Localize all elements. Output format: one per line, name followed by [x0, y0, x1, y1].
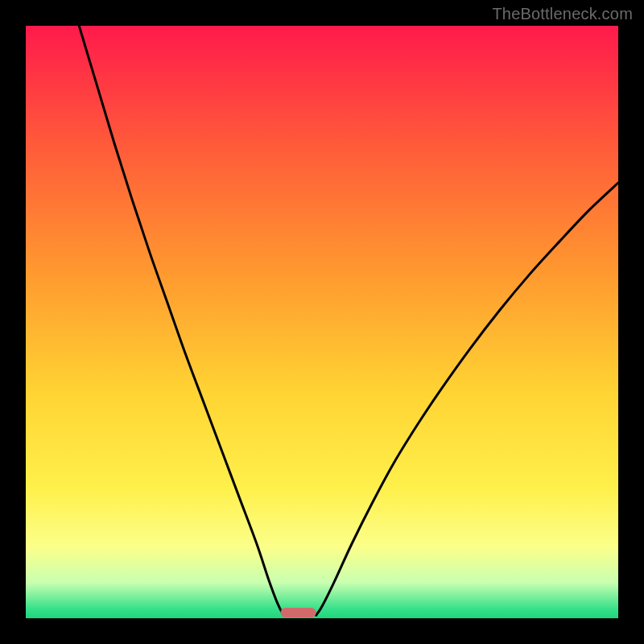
- watermark-text: TheBottleneck.com: [492, 5, 633, 23]
- marker-group: [280, 608, 316, 617]
- chart-frame: [26, 26, 618, 618]
- chart-svg: [26, 26, 618, 618]
- bottleneck-marker: [280, 608, 316, 617]
- chart-background: [26, 26, 618, 618]
